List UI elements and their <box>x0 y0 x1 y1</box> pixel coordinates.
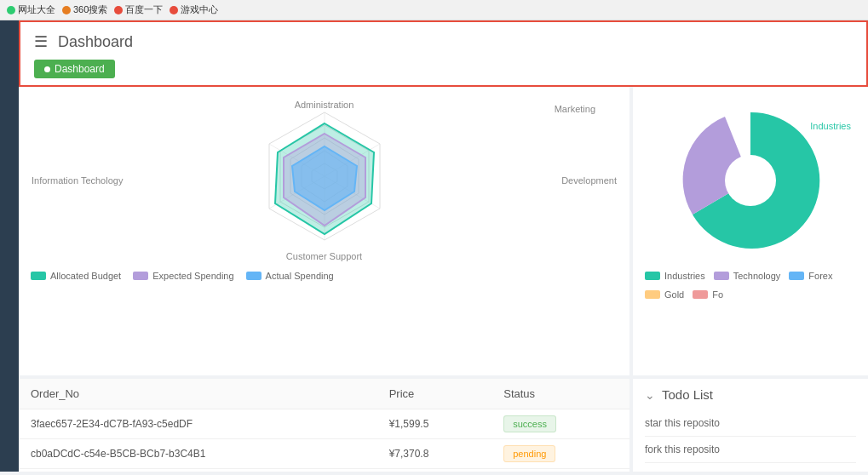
badge-label: Dashboard <box>55 63 105 75</box>
pie-legend-technology: Technology <box>714 271 781 281</box>
table-row: cb0aDCdC-c54e-B5CB-BCb7-b3C4B1 ¥7,370.8 … <box>19 439 629 469</box>
radar-legend: Allocated Budget Expected Spending Actua… <box>27 266 621 286</box>
baidu-label: 百度一下 <box>125 3 163 16</box>
pie-industries-color <box>645 272 660 280</box>
order-price-1: ¥1,599.5 <box>377 409 492 439</box>
legend-expected-color <box>133 272 148 280</box>
pie-industries-label: Industries <box>664 271 705 281</box>
order-status-2: pending <box>491 439 629 469</box>
legend-allocated-color <box>31 272 46 280</box>
todo-panel: ⌄ Todo List star this reposito fork this… <box>629 379 868 472</box>
pie-legend-industries: Industries <box>645 271 705 281</box>
todo-header: ⌄ Todo List <box>645 387 856 402</box>
chevron-down-icon[interactable]: ⌄ <box>645 388 655 402</box>
baidu-dot <box>114 6 123 14</box>
pie-legend: Industries Technology Forex Gold <box>641 266 859 305</box>
sidebar <box>0 20 19 472</box>
todo-title: Todo List <box>662 387 713 402</box>
pie-chart-panel: Industries Industries Technology Forex <box>629 87 868 375</box>
todo-item-1-text: star this reposito <box>645 417 720 429</box>
pie-legend-fo: Fo <box>693 289 723 300</box>
todo-item-2: fork this reposito <box>645 437 856 463</box>
order-id-1: 3faec657-2E34-dC7B-fA93-c5edDF <box>19 409 377 439</box>
bottom-row: Order_No Price Status 3faec657-2E34-dC7B… <box>19 379 868 472</box>
hamburger-icon[interactable]: ☰ <box>34 32 48 51</box>
game-label: 游戏中心 <box>181 3 218 16</box>
pie-forex-color <box>789 272 804 280</box>
col-status: Status <box>491 379 629 409</box>
legend-expected-label: Expected Spending <box>152 271 233 281</box>
pie-container: Industries <box>641 95 859 266</box>
pie-legend-gold: Gold <box>645 289 684 300</box>
todo-item-2-text: fork this reposito <box>645 444 720 455</box>
orders-table: Order_No Price Status 3faec657-2E34-dC7B… <box>19 379 629 469</box>
table-row: 3faec657-2E34-dC7B-fA93-c5edDF ¥1,599.5 … <box>19 409 629 439</box>
legend-allocated: Allocated Budget <box>31 271 121 281</box>
radar-label-administration: Administration <box>295 100 354 110</box>
pie-fo-label: Fo <box>712 289 723 300</box>
radar-chart-panel: Administration Marketing Development Cus… <box>19 87 629 375</box>
browser-bar: 网址大全 360搜索 百度一下 游戏中心 <box>0 0 868 20</box>
pie-tech-label: Technology <box>733 271 781 281</box>
pie-gold-color <box>645 290 660 299</box>
pie-label-industries: Industries <box>810 121 851 131</box>
header-title: Dashboard <box>58 33 133 51</box>
col-order-no: Order_No <box>19 379 377 409</box>
radar-container: Administration Marketing Development Cus… <box>27 95 621 266</box>
360-dot <box>62 6 71 14</box>
order-status-1: success <box>491 409 629 439</box>
browser-item-websites[interactable]: 网址大全 <box>7 3 55 16</box>
dashboard-badge[interactable]: Dashboard <box>34 60 115 78</box>
header-top: ☰ Dashboard <box>34 32 853 51</box>
pie-svg <box>674 104 827 257</box>
browser-item-360[interactable]: 360搜索 <box>62 3 107 16</box>
table-header-row: Order_No Price Status <box>19 379 629 409</box>
radar-label-marketing: Marketing <box>555 104 595 114</box>
360-label: 360搜索 <box>73 3 107 16</box>
pie-forex-label: Forex <box>808 271 832 281</box>
legend-actual-color <box>246 272 262 280</box>
order-price-2: ¥7,370.8 <box>377 439 492 469</box>
radar-label-it: Information Techology <box>32 175 123 186</box>
legend-expected: Expected Spending <box>133 271 233 281</box>
radar-label-development: Development <box>561 175 617 186</box>
browser-item-game[interactable]: 游戏中心 <box>170 3 218 16</box>
websites-label: 网址大全 <box>18 3 55 16</box>
col-price: Price <box>377 379 492 409</box>
websites-dot <box>7 6 15 14</box>
svg-point-11 <box>725 155 776 206</box>
pie-fo-color <box>693 290 708 299</box>
header-panel: ☰ Dashboard Dashboard <box>19 20 868 87</box>
badge-dot-icon <box>44 66 50 72</box>
charts-row: Administration Marketing Development Cus… <box>19 87 868 375</box>
table-panel: Order_No Price Status 3faec657-2E34-dC7B… <box>19 379 629 472</box>
pie-legend-forex: Forex <box>789 271 832 281</box>
legend-actual-label: Actual Spending <box>266 271 334 281</box>
radar-svg <box>239 100 410 261</box>
pie-gold-label: Gold <box>664 289 684 300</box>
legend-allocated-label: Allocated Budget <box>50 271 121 281</box>
radar-label-customer: Customer Support <box>286 251 362 261</box>
order-id-2: cb0aDCdC-c54e-B5CB-BCb7-b3C4B1 <box>19 439 377 469</box>
game-dot <box>170 6 178 14</box>
main-container: ☰ Dashboard Dashboard Administration Mar… <box>0 20 868 472</box>
browser-item-baidu[interactable]: 百度一下 <box>114 3 163 16</box>
content-area: ☰ Dashboard Dashboard Administration Mar… <box>19 20 868 472</box>
legend-actual: Actual Spending <box>246 271 334 281</box>
status-badge-pending: pending <box>503 445 555 462</box>
status-badge-success: success <box>503 415 556 432</box>
pie-tech-color <box>714 272 729 280</box>
todo-item-1: star this reposito <box>645 410 856 437</box>
